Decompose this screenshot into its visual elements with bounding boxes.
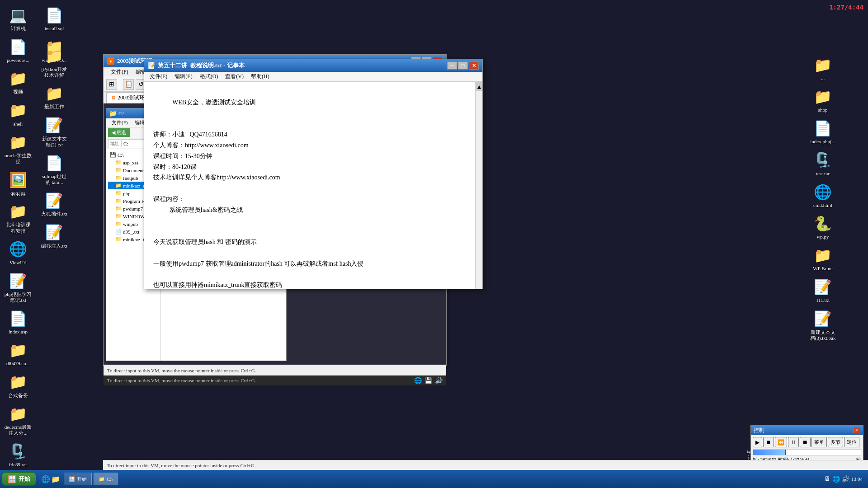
notepad-text: WEB安全，渗透测试安全培训 讲师：小迪 QQ471656814 个人博客：ht… <box>153 86 473 289</box>
audio-device-icon[interactable]: 🔊 <box>435 377 443 385</box>
file-icon: 📄 <box>115 229 122 235</box>
desktop-icon-111txt[interactable]: 📝 111.txt <box>807 275 839 306</box>
desktop-icon-pianji[interactable]: 📝 编移注入.txt <box>38 221 71 252</box>
desktop-icon-computer[interactable]: 💻 计算机 <box>2 4 34 34</box>
taskbar-task-start[interactable]: 🪟 开始 <box>64 473 92 485</box>
folder-icon: 📁 <box>115 160 122 165</box>
notepad-menu-format[interactable]: 格式(O) <box>196 72 222 81</box>
desktop-icon-indexphp[interactable]: 📄 index.php(... <box>807 117 839 147</box>
xinjian2-icon: 📝 <box>45 117 63 135</box>
desktop-icon-testrar[interactable]: 🗜️ test.rar <box>807 149 839 179</box>
scroll-up-btn[interactable]: ▲ <box>476 82 482 91</box>
desktop-icon-wpbrute[interactable]: 📁 WP Brute <box>807 244 839 274</box>
locate-button[interactable]: 定位 <box>844 437 859 447</box>
notepad-icon: 📝 <box>148 62 155 69</box>
video-icon: 📁 <box>9 70 27 88</box>
explorer-quicklaunch[interactable]: 📁 <box>51 475 60 483</box>
notepad-menu-edit[interactable]: 编辑(E) <box>171 72 196 81</box>
menu-file[interactable]: 文件(F) <box>107 67 132 77</box>
start-icon: 🪟 <box>8 475 17 483</box>
fdc89-icon: 🗜️ <box>9 442 27 460</box>
control-close[interactable]: ✕ <box>853 427 860 433</box>
desktop-icon-qqq[interactable]: 🖼️ qqq.jpg <box>2 168 34 199</box>
rewind-button[interactable]: ⏪ <box>775 437 787 447</box>
desktop-icon-wbpy[interactable]: 🐍 wp.py <box>807 212 839 243</box>
desktop-icon-xinjian2[interactable]: 📝 新建文本文档(2).txt <box>38 114 71 150</box>
start-button[interactable]: 🪟 开始 <box>2 472 36 486</box>
python-folder-icon: 📁 <box>45 47 63 65</box>
desktop-icon-xinjian3[interactable]: 📝 新建文本文档(3).txt.bak <box>807 307 839 344</box>
tray-icon-2[interactable]: 🌐 <box>832 475 840 483</box>
desktop-icon-python[interactable]: 📁 [Python开发技术详解 <box>38 44 71 81</box>
desktop-icon-beizhan[interactable]: 📁 北斗培训课程安排 <box>2 200 34 236</box>
fe-back-button[interactable]: ◀ 后退 <box>108 128 130 137</box>
desktop-icon-shell[interactable]: 📁 shell <box>2 99 34 130</box>
notepad-restore[interactable]: □ <box>458 61 468 70</box>
taskbar-clock: 13:04 <box>851 476 863 482</box>
notepad-menu-help[interactable]: 帮助(H) <box>247 72 273 81</box>
tray-icon-3[interactable]: 🔊 <box>842 475 849 483</box>
powereas-icon: 📄 <box>9 38 27 56</box>
desktop-icon-dedecms[interactable]: 📁 dedecms最新注入分... <box>2 402 34 439</box>
taibeibf-icon: 📁 <box>9 373 27 391</box>
control-panel: 控制 ✕ ▶ ⏹ ⏪ ⏸ ⏹ 菜单 多节 定位 帧: 262/853 时间: 1… <box>750 425 863 465</box>
multi-button[interactable]: 多节 <box>828 437 843 447</box>
vmware-icon: V <box>107 57 114 65</box>
desktop-icon-dots[interactable]: 📁 ... <box>807 53 839 84</box>
dots-icon: 📁 <box>814 56 832 74</box>
xinjian3-icon: 📝 <box>814 310 832 328</box>
notepad-minimize[interactable]: ─ <box>447 61 457 70</box>
desktop-icon-fdc89[interactable]: 🗜️ fdc89.rar <box>2 440 34 470</box>
viewurl-icon: 🌐 <box>9 240 27 258</box>
desktop-icon-zuixin[interactable]: 📁 最新工作 <box>38 82 71 113</box>
notepad-content-area[interactable]: WEB安全，渗透测试安全培训 讲师：小迪 QQ471656814 个人博客：ht… <box>144 82 482 289</box>
notepad-scrollbar[interactable]: ▲ ▼ <box>475 82 482 289</box>
progress-bar[interactable] <box>753 449 861 455</box>
zuixin-icon: 📁 <box>45 84 63 103</box>
desktop-icon-powereas[interactable]: 📄 powereas... <box>2 35 34 66</box>
desktop-icon-video[interactable]: 📁 视频 <box>2 67 34 98</box>
stop-button[interactable]: ⏹ <box>763 437 774 447</box>
desktop-icon-huhu[interactable]: 📝 火狐插件.txt <box>38 189 71 220</box>
usb-device-icon[interactable]: 💾 <box>425 377 432 385</box>
network-device-icon[interactable]: 🌐 <box>414 377 422 385</box>
tray-icon-1[interactable]: 🖥 <box>824 475 830 483</box>
desktop-icon-oracle[interactable]: 📁 oracle学生数据 <box>2 131 34 167</box>
desktop-icon-indexasp[interactable]: 📄 index.asp <box>2 307 34 338</box>
folder-icon: 📁 <box>115 206 122 211</box>
notepad-close[interactable]: ✕ <box>469 61 479 70</box>
ie-quicklaunch[interactable]: 🌐 <box>41 475 50 483</box>
folder-selected-icon: 📁 <box>115 183 122 188</box>
notepad-window-controls: ─ □ ✕ <box>447 61 479 70</box>
desktop-icon-viewurl[interactable]: 🌐 ViewUrl <box>2 238 34 268</box>
111txt-icon: 📝 <box>814 278 832 296</box>
fe-menu-file[interactable]: 文件(F) <box>108 118 131 127</box>
notepad-title: 第五十二讲_教程说明.txt - 记事本 <box>158 61 245 70</box>
control-titlebar: 控制 ✕ <box>751 425 863 435</box>
toolbar-btn-1[interactable]: ⊞ <box>106 79 117 90</box>
desktop-icon-sqlmap[interactable]: 📄 sqlmap过过的 tam... <box>38 151 71 188</box>
minikatz-icon: 📁 <box>115 236 122 242</box>
vm-status-bar: To direct input to this VM, move the mou… <box>103 460 868 470</box>
fe-title: C:\ <box>118 111 124 116</box>
desktop-icon-cmdhtml[interactable]: 🌐 cmd.html <box>807 180 839 211</box>
play-button[interactable]: ▶ <box>753 437 762 447</box>
taskbar-task-explorer[interactable]: 📁 C:\ <box>94 473 118 485</box>
progress-marker <box>785 450 786 455</box>
toolbar-btn-2[interactable]: 📋 <box>123 79 134 90</box>
desktop-icon-phpwa[interactable]: 📝 php挖掘学习笔记.txt <box>2 269 34 306</box>
cmdhtml-icon: 🌐 <box>814 183 832 201</box>
desktop: 1:27/4:44 💻 计算机 📄 powereas... 📁 视频 📁 she… <box>0 0 868 488</box>
beizhan-icon: 📁 <box>9 202 27 221</box>
wpbrute-icon: 📁 <box>814 246 832 264</box>
notepad-menu-view[interactable]: 查看(V) <box>222 72 247 81</box>
stop2-button[interactable]: ⏹ <box>800 437 811 447</box>
task-start-icon: 🪟 <box>69 476 75 482</box>
desktop-icon-shop[interactable]: 📁 shop <box>807 85 839 116</box>
desktop-icon-taibeibf[interactable]: 📁 台式备份 <box>2 371 34 401</box>
desktop-icon-dl0479[interactable]: 📁 dl0479.co... <box>2 338 34 369</box>
control-title: 控制 <box>754 427 764 434</box>
notepad-menu-file[interactable]: 文件(E) <box>146 72 171 81</box>
menu-button[interactable]: 菜单 <box>811 437 827 447</box>
pause-button[interactable]: ⏸ <box>788 437 799 447</box>
